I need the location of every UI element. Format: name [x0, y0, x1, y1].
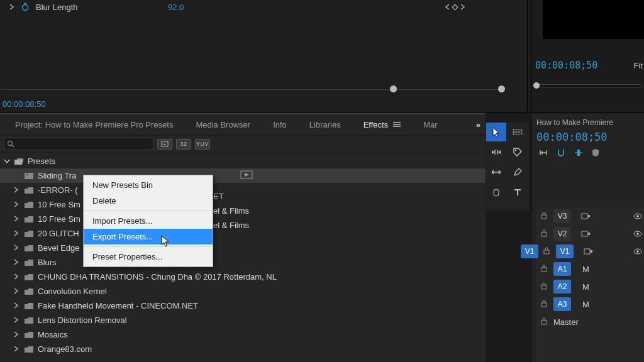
track-label[interactable]: A1: [553, 262, 571, 276]
track-label[interactable]: V2: [553, 227, 571, 241]
lock-icon[interactable]: [541, 229, 548, 239]
track-select-tool-icon[interactable]: [508, 123, 528, 141]
snap-icon[interactable]: [557, 148, 565, 157]
tree-item-folder[interactable]: Blurs: [0, 255, 486, 270]
ctx-new-presets-bin[interactable]: New Presets Bin: [84, 177, 213, 193]
chevron-right-icon[interactable]: [14, 214, 20, 224]
insert-icon[interactable]: [539, 149, 548, 156]
32bit-badge[interactable]: 32: [176, 139, 191, 150]
type-tool-icon[interactable]: [508, 183, 528, 202]
track-label[interactable]: A2: [553, 280, 571, 293]
track-row-v2[interactable]: V2: [536, 225, 644, 243]
tab-libraries[interactable]: Libraries: [298, 114, 352, 135]
tabs-overflow-icon[interactable]: »: [476, 120, 480, 129]
source-patch-v1[interactable]: V1: [521, 244, 538, 258]
tab-effects[interactable]: Effects: [352, 114, 413, 135]
accel-badge[interactable]: [157, 139, 172, 150]
track-output-icon[interactable]: [584, 248, 592, 255]
track-row-a2[interactable]: A2 M: [536, 278, 644, 295]
hand-tool-icon[interactable]: [486, 183, 506, 202]
mute-button[interactable]: M: [582, 300, 589, 309]
eye-icon[interactable]: [632, 213, 642, 219]
panel-menu-icon[interactable]: [393, 120, 401, 129]
tab-project[interactable]: Project: How to Make Premiere Pro Preset…: [4, 114, 184, 135]
chevron-right-icon[interactable]: [14, 301, 20, 310]
panel-divider[interactable]: [527, 0, 528, 113]
ctx-delete[interactable]: Delete: [84, 193, 213, 209]
chevron-right-icon[interactable]: [14, 200, 20, 209]
tree-item-folder[interactable]: Convolution Kernel: [0, 284, 486, 299]
tree-item-folder[interactable]: Bevel Edge: [0, 241, 486, 255]
tree-item-folder[interactable]: Mosaics: [0, 327, 486, 342]
zoom-fit-label[interactable]: Fit: [634, 61, 644, 70]
chevron-right-icon[interactable]: [9, 3, 14, 12]
chevron-down-icon[interactable]: [4, 156, 10, 166]
mute-button[interactable]: M: [582, 282, 589, 292]
slip-tool-icon[interactable]: [486, 163, 506, 182]
ctx-preset-properties[interactable]: Preset Properties...: [84, 249, 213, 265]
add-keyframe-icon[interactable]: [452, 4, 458, 10]
lock-icon[interactable]: [541, 265, 548, 274]
track-row-a1[interactable]: A1 M: [536, 260, 644, 278]
track-row-v3[interactable]: V3: [536, 207, 644, 225]
tree-item-folder[interactable]: Orange83.com: [0, 342, 486, 356]
track-output-icon[interactable]: [581, 231, 590, 237]
program-timecode[interactable]: 00:00:08;50: [535, 60, 597, 71]
chevron-right-icon[interactable]: [14, 330, 20, 339]
program-scrubber[interactable]: [535, 84, 641, 87]
chevron-right-icon[interactable]: [14, 287, 20, 296]
eye-icon[interactable]: [632, 231, 642, 237]
tree-item-folder[interactable]: -ERROR- (: [0, 183, 486, 197]
stopwatch-icon[interactable]: [21, 3, 30, 11]
tree-item-folder[interactable]: Lens Distortion Removal: [0, 313, 486, 327]
tree-item-selected[interactable]: Sliding Tra: [0, 168, 486, 183]
ctx-export-presets[interactable]: Export Presets...: [84, 229, 213, 244]
program-scrubber-handle[interactable]: [533, 82, 540, 89]
track-label[interactable]: V1: [556, 244, 574, 258]
prev-keyframe-icon[interactable]: [445, 4, 450, 10]
param-value-blur-length[interactable]: 92.0: [168, 3, 231, 12]
lock-icon[interactable]: [541, 300, 548, 309]
tag-tool-icon[interactable]: [508, 143, 528, 162]
chevron-right-icon[interactable]: [14, 243, 20, 253]
track-row-v1[interactable]: V1 V1: [536, 243, 644, 260]
ctx-import-presets[interactable]: Import Presets...: [84, 213, 213, 229]
tree-item-folder[interactable]: CHUNG DHA TRANSITIONS - Chung Dha © 2017…: [0, 270, 486, 284]
effects-search-input[interactable]: [4, 138, 153, 150]
tree-item-folder[interactable]: Fake Handheld Movement - CINECOM.NET: [0, 299, 486, 313]
scrubber-handle-start[interactable]: [390, 85, 397, 92]
chevron-right-icon[interactable]: [14, 344, 20, 354]
marker-shield-icon[interactable]: [592, 148, 599, 157]
lock-icon[interactable]: [543, 247, 551, 256]
chevron-right-icon[interactable]: [14, 185, 20, 195]
track-row-a3[interactable]: A3 M: [536, 295, 644, 313]
scrubber-handle-end[interactable]: [498, 85, 505, 92]
yuv-badge[interactable]: YUV: [195, 139, 210, 150]
next-keyframe-icon[interactable]: [460, 4, 465, 10]
timeline-timecode[interactable]: 00:00:08;50: [536, 131, 639, 143]
tab-media-browser[interactable]: Media Browser: [184, 114, 262, 135]
lock-icon[interactable]: [541, 212, 548, 221]
eye-icon[interactable]: [632, 248, 642, 255]
tab-info[interactable]: Info: [262, 114, 298, 135]
track-output-icon[interactable]: [581, 213, 590, 219]
track-label[interactable]: A3: [553, 297, 571, 311]
linked-selection-icon[interactable]: [574, 149, 583, 156]
chevron-right-icon[interactable]: [14, 315, 20, 325]
lock-icon[interactable]: [541, 282, 548, 292]
fx-timecode[interactable]: 00:00:08;50: [3, 99, 46, 109]
tab-markers[interactable]: Mar: [412, 114, 448, 135]
mute-button[interactable]: M: [582, 265, 589, 274]
chevron-right-icon[interactable]: [14, 258, 20, 267]
ripple-tool-icon[interactable]: [486, 143, 506, 162]
lock-icon[interactable]: [541, 317, 548, 327]
pen-tool-icon[interactable]: [508, 163, 528, 182]
selection-tool-icon[interactable]: [486, 123, 506, 141]
track-label[interactable]: V3: [553, 209, 571, 223]
tree-root[interactable]: Presets: [0, 154, 486, 168]
track-row-master[interactable]: Master: [536, 313, 644, 331]
keyframe-nav[interactable]: [445, 4, 465, 10]
chevron-right-icon[interactable]: [14, 272, 20, 282]
chevron-right-icon[interactable]: [14, 229, 20, 238]
fx-scrubber[interactable]: [1, 81, 504, 92]
